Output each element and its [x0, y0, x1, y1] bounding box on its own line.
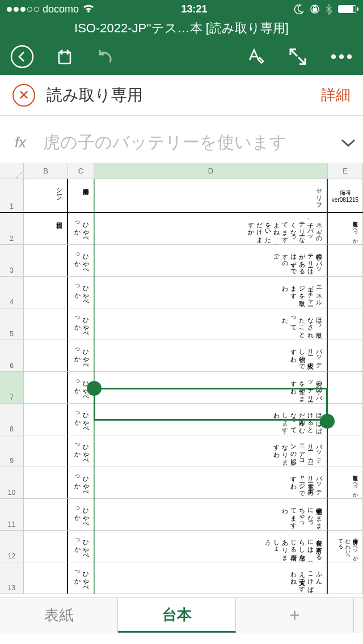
cell[interactable]: 撮影箇所	[68, 179, 94, 212]
tab-add[interactable]: +	[236, 598, 354, 633]
carrier-label: docomo	[43, 3, 79, 15]
document-title: ISO-2022-JP''テス…本 [読み取り専用]	[0, 18, 363, 39]
svg-point-5	[339, 54, 344, 59]
fullscreen-button[interactable]	[288, 47, 307, 66]
banner-details-link[interactable]: 詳細	[321, 85, 351, 105]
signal-strength-icon	[7, 7, 39, 12]
toolbar	[0, 39, 363, 75]
close-banner-icon[interactable]: ✕	[12, 84, 35, 107]
moon-icon	[294, 4, 304, 14]
banner-text: 読み取り専用	[47, 84, 143, 106]
table-row: 1 シーン 撮影箇所 セリフ 備考 ver081215	[0, 179, 363, 213]
svg-point-2	[11, 46, 33, 67]
status-bar: docomo 13:21	[0, 0, 363, 18]
cell[interactable]: シーン	[24, 179, 68, 212]
bluetooth-icon	[326, 3, 332, 15]
selection-handle-top[interactable]	[87, 381, 102, 396]
selection-handle-bottom[interactable]	[320, 414, 335, 429]
svg-rect-3	[59, 52, 70, 63]
col-header[interactable]: D	[94, 163, 328, 179]
back-button[interactable]	[10, 45, 34, 69]
sync-button[interactable]	[54, 46, 75, 67]
undo-button[interactable]	[95, 46, 116, 67]
battery-icon	[338, 5, 356, 13]
formula-text: 虎の子のバッテリーを使います	[43, 131, 331, 154]
tab-script[interactable]: 台本	[118, 598, 236, 633]
chevron-down-icon[interactable]	[340, 138, 356, 147]
svg-point-4	[331, 54, 336, 59]
spreadsheet[interactable]: B C D E 1 シーン 撮影箇所 セリフ 備考 ver081215 2回覧板…	[0, 163, 363, 598]
select-all-corner[interactable]	[0, 163, 24, 179]
sheet-tabs: 表紙 台本 +	[0, 598, 363, 633]
row-header[interactable]: 1	[0, 179, 24, 212]
readonly-banner: ✕ 読み取り専用 詳細	[0, 75, 363, 116]
tab-cover[interactable]: 表紙	[0, 598, 118, 633]
lock-rotation-icon	[310, 4, 320, 14]
svg-rect-1	[313, 9, 316, 11]
cell[interactable]: 備考 ver081215	[328, 179, 363, 212]
clock: 13:21	[182, 3, 208, 15]
wifi-icon	[82, 5, 95, 14]
fx-label: fx	[7, 134, 34, 151]
more-button[interactable]	[330, 54, 353, 60]
col-header[interactable]: C	[68, 163, 94, 179]
col-header[interactable]: B	[24, 163, 68, 179]
col-header[interactable]: E	[328, 163, 363, 179]
cell[interactable]: セリフ	[94, 179, 328, 212]
formula-bar[interactable]: fx 虎の子のバッテリーを使います	[0, 122, 363, 163]
svg-point-6	[347, 54, 352, 59]
format-button[interactable]	[245, 46, 265, 67]
